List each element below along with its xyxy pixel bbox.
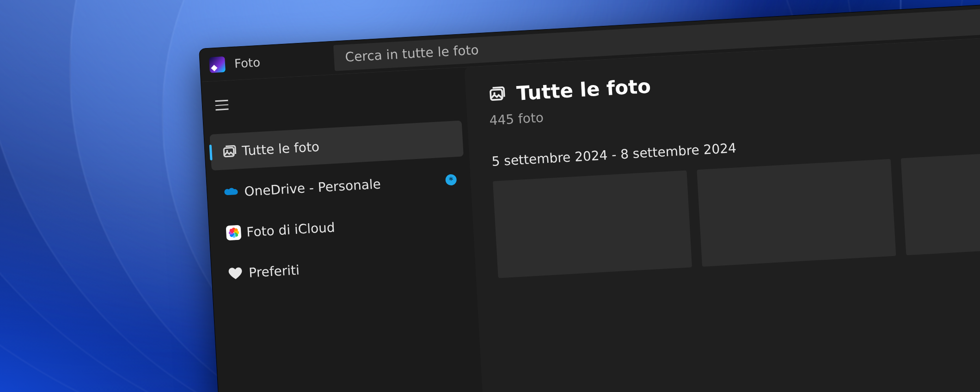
sidebar-item-label: Preferiti [248,253,461,281]
heart-icon [228,266,249,280]
sidebar: Tutte le foto OneDrive - Personale * [201,67,485,392]
app-icon [209,56,226,73]
sidebar-item-label: Foto di iCloud [246,213,459,240]
photo-thumbnail[interactable] [493,170,692,278]
sidebar-nav: Tutte le foto OneDrive - Personale * [204,120,476,293]
svg-rect-2 [490,89,502,100]
sidebar-item-favorites[interactable]: Preferiti [216,242,471,292]
app-title: Foto [234,55,261,70]
page-title: Tutte le foto [516,75,651,105]
photo-thumbnail[interactable] [697,159,896,267]
sidebar-item-label: OneDrive - Personale [244,172,446,199]
onedrive-icon [224,186,245,197]
svg-rect-0 [224,147,234,157]
photo-stack-icon [221,143,243,159]
icloud-photos-icon [226,225,247,240]
photos-window: Foto [199,0,980,392]
sync-badge: * [445,174,457,185]
photo-thumbnail[interactable] [901,147,980,255]
main-content: Tutte le foto 445 foto 5 settembre 2024 … [464,25,980,392]
sidebar-item-label: Tutte le foto [242,131,455,159]
photo-stack-icon [487,84,507,105]
hamburger-button[interactable] [208,92,235,119]
